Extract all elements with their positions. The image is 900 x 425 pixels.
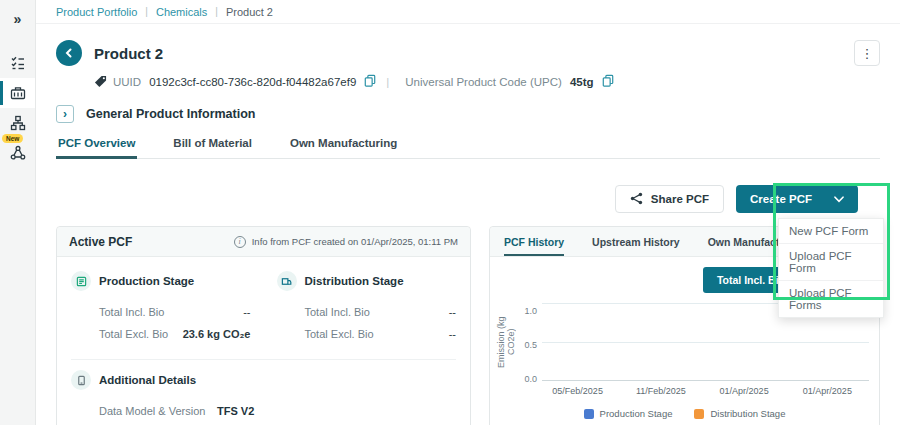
copy-icon — [364, 74, 376, 90]
pcf-info-note-text: Info from PCF created on 01/Apr/2025, 01… — [252, 236, 458, 247]
production-stage-section: Production Stage Total Incl. Bio -- Tota… — [71, 271, 251, 345]
legend-label: Production Stage — [600, 408, 673, 419]
tab-pcf-overview[interactable]: PCF Overview — [56, 137, 137, 158]
upc-value: 45tg — [570, 76, 594, 88]
row-label: Total Incl. Bio — [99, 306, 164, 318]
gridline — [542, 342, 869, 343]
row-label: Total Excl. Bio — [305, 328, 374, 340]
title-row: Product 2 ⋮ — [56, 39, 880, 67]
identifier-divider: | — [386, 76, 389, 88]
row-value: TFS V2 — [217, 405, 322, 417]
tab-pcf-history[interactable]: PCF History — [504, 236, 564, 256]
sidebar-item-product-portfolio[interactable] — [0, 78, 35, 108]
legend-distribution-stage: Distribution Stage — [694, 408, 785, 419]
row-value: 23.6 kg CO₂e — [183, 328, 251, 340]
hierarchy-icon — [10, 115, 26, 131]
breadcrumb-chemicals[interactable]: Chemicals — [156, 6, 207, 18]
tag-icon — [94, 75, 107, 90]
distribution-excl-bio-row: Total Excl. Bio -- — [277, 323, 457, 345]
chart-y-ticks: 1.0 0.5 0.0 — [516, 303, 542, 381]
identifier-row: UUID 0192c3cf-cc80-736c-820d-f04482a67ef… — [94, 73, 880, 91]
menu-item-upload-pcf-form[interactable]: Upload PCF Form — [779, 244, 883, 281]
row-value: -- — [449, 328, 456, 340]
uuid-label: UUID — [113, 76, 141, 88]
production-stage-title: Production Stage — [99, 275, 194, 287]
additional-details-section: Additional Details Data Model & Version … — [57, 360, 470, 425]
more-options-button[interactable]: ⋮ — [854, 40, 880, 66]
y-tick: 1.0 — [516, 306, 537, 316]
share-icon — [630, 192, 643, 207]
create-pcf-button[interactable]: Create PCF — [736, 185, 858, 213]
active-pcf-card: Active PCF i Info from PCF created on 01… — [56, 226, 471, 425]
breadcrumb-product-portfolio[interactable]: Product Portfolio — [56, 6, 137, 18]
expand-general-info-button[interactable]: › — [56, 105, 74, 123]
additional-details-icon — [71, 370, 91, 390]
share-pcf-label: Share PCF — [651, 193, 709, 205]
row-label: Total Incl. Bio — [305, 306, 370, 318]
page-content: Product 2 ⋮ UUID 0192c3cf-cc80-736c-820d… — [36, 24, 900, 425]
breadcrumb-separator: | — [145, 6, 148, 17]
legend-swatch-blue — [584, 409, 594, 419]
expand-sidebar-icon: » — [14, 11, 22, 27]
breadcrumb-separator: | — [215, 6, 218, 17]
expand-sidebar-button[interactable]: » — [0, 4, 35, 34]
chevron-right-icon: › — [63, 108, 67, 120]
production-incl-bio-row: Total Incl. Bio -- — [71, 301, 251, 323]
distribution-stage-title: Distribution Stage — [305, 275, 404, 287]
x-tick: 01/Apr/2025 — [786, 386, 869, 396]
breadcrumb-current: Product 2 — [226, 6, 273, 18]
breadcrumb: Product Portfolio | Chemicals | Product … — [36, 0, 900, 24]
product-portfolio-icon — [10, 85, 26, 101]
distribution-incl-bio-row: Total Incl. Bio -- — [277, 301, 457, 323]
legend-swatch-orange — [694, 409, 704, 419]
production-excl-bio-row: Total Excl. Bio 23.6 kg CO₂e — [71, 323, 251, 345]
chevron-down-icon — [834, 193, 844, 205]
uuid-value: 0192c3cf-cc80-736c-820d-f04482a67ef9 — [149, 76, 356, 88]
sidebar-item-tasks[interactable] — [0, 48, 35, 78]
copy-icon — [602, 74, 614, 90]
additional-details-title: Additional Details — [99, 374, 196, 386]
pcf-info-note: i Info from PCF created on 01/Apr/2025, … — [234, 236, 458, 248]
back-button[interactable] — [56, 40, 82, 66]
active-pcf-header: Active PCF i Info from PCF created on 01… — [57, 227, 470, 257]
info-icon: i — [234, 236, 246, 248]
distribution-stage-section: Distribution Stage Total Incl. Bio -- To… — [277, 271, 457, 345]
x-tick: 01/Apr/2025 — [703, 386, 786, 396]
row-value: -- — [449, 306, 456, 318]
y-tick: 0.5 — [516, 340, 537, 350]
legend-label: Distribution Stage — [710, 408, 785, 419]
share-pcf-button[interactable]: Share PCF — [615, 185, 724, 213]
copy-uuid-button[interactable] — [364, 74, 376, 90]
network-icon — [10, 145, 26, 161]
chart-x-ticks: 05/Feb/2025 11/Feb/2025 01/Apr/2025 01/A… — [536, 386, 869, 396]
general-info-row: › General Product Information — [56, 104, 880, 124]
sidebar: » New — [0, 0, 36, 425]
tab-own-manufacturing[interactable]: Own Manufacturing — [288, 137, 399, 158]
stage-grid: Production Stage Total Incl. Bio -- Tota… — [57, 257, 470, 355]
sidebar-item-network[interactable]: New — [0, 138, 35, 168]
copy-upc-button[interactable] — [602, 74, 614, 90]
tab-upstream-history[interactable]: Upstream History — [592, 236, 680, 256]
distribution-stage-icon — [277, 271, 297, 291]
row-label: Total Excl. Bio — [99, 328, 168, 340]
menu-item-upload-pcf-forms[interactable]: Upload PCF Forms — [779, 281, 883, 317]
new-feature-badge: New — [2, 134, 23, 143]
data-model-row: Data Model & Version TFS V2 — [71, 400, 456, 422]
y-tick: 0.0 — [516, 374, 537, 384]
checklist-icon — [10, 55, 26, 71]
actions-row: Share PCF Create PCF — [56, 184, 880, 214]
chevron-left-icon — [64, 46, 74, 61]
cards-row: Active PCF i Info from PCF created on 01… — [56, 226, 880, 425]
chart-legend: Production Stage Distribution Stage — [490, 408, 879, 419]
main-tabs: PCF Overview Bill of Material Own Manufa… — [56, 137, 880, 159]
main-area: Product Portfolio | Chemicals | Product … — [36, 0, 900, 425]
chart-y-axis-label: Emission (kg CO2e) — [496, 303, 516, 381]
legend-production-stage: Production Stage — [584, 408, 673, 419]
kebab-menu-icon: ⋮ — [861, 47, 874, 60]
active-pcf-title: Active PCF — [69, 235, 132, 249]
create-pcf-label: Create PCF — [750, 193, 812, 205]
menu-item-new-pcf-form[interactable]: New PCF Form — [779, 219, 883, 244]
tab-bill-of-material[interactable]: Bill of Material — [171, 137, 254, 158]
row-label: Data Model & Version — [99, 405, 217, 417]
create-pcf-dropdown-menu: New PCF Form Upload PCF Form Upload PCF … — [778, 218, 884, 318]
